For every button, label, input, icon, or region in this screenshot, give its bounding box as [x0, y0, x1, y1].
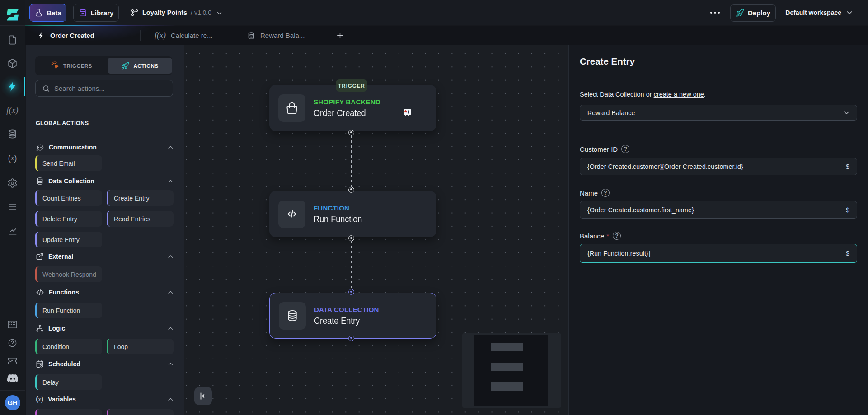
svg-text:*: * — [404, 108, 407, 116]
